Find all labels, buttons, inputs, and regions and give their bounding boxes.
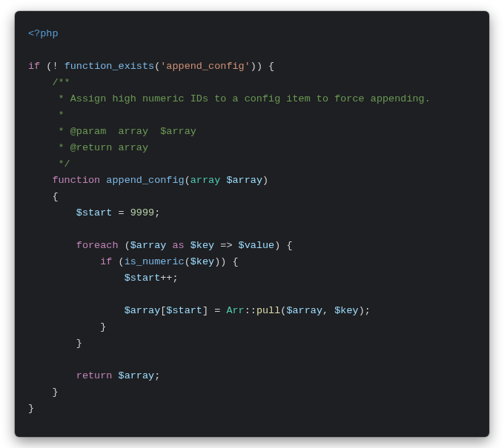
kw-as: as [172, 240, 184, 251]
kw-function: function [52, 175, 100, 186]
docblock-param: * @param array $array [52, 126, 196, 137]
kw-if: if [28, 61, 40, 72]
var-key: $key [190, 240, 214, 251]
increment-op: ++ [160, 273, 172, 284]
fn-function-exists: function_exists [64, 61, 155, 72]
class-arr: Arr [226, 305, 244, 316]
code-block: <?php if (! function_exists('append_conf… [28, 26, 476, 417]
docblock-open: /** [52, 77, 70, 88]
docblock-desc: * Assign high numeric IDs to a config it… [52, 93, 430, 104]
type-array: array [190, 175, 221, 186]
string-literal: 'append_config' [160, 61, 251, 72]
docblock-return: * @return array [52, 142, 148, 153]
var-start: $start [76, 207, 113, 218]
kw-return: return [76, 370, 113, 381]
number-literal: 9999 [130, 207, 154, 218]
code-card: <?php if (! function_exists('append_conf… [15, 11, 489, 437]
var-value: $value [239, 240, 275, 251]
php-open-tag: <?php [28, 28, 59, 39]
method-pull: pull [256, 305, 280, 316]
brace-open: { [52, 191, 58, 202]
brace-close: } [28, 403, 34, 414]
kw-foreach: foreach [76, 240, 119, 251]
docblock-blank: * [52, 110, 64, 121]
fn-is-numeric: is_numeric [125, 256, 185, 267]
var-array: $array [226, 175, 262, 186]
fn-append-config: append_config [106, 175, 184, 186]
docblock-close: */ [52, 158, 70, 170]
